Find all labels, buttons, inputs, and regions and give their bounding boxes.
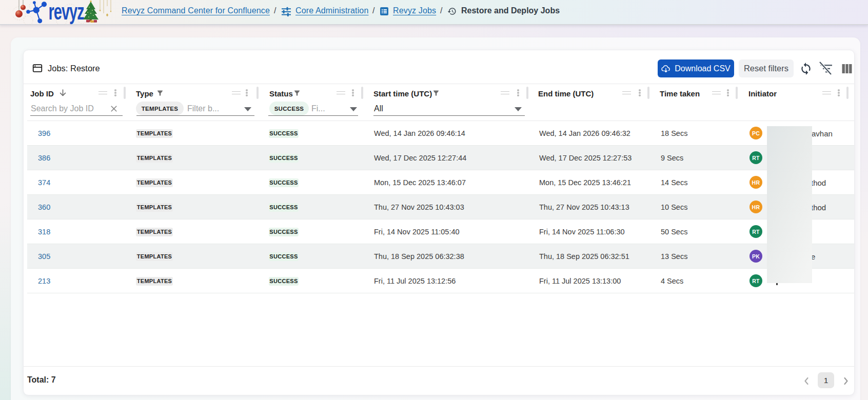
svg-text:revyz: revyz [49, 0, 85, 24]
